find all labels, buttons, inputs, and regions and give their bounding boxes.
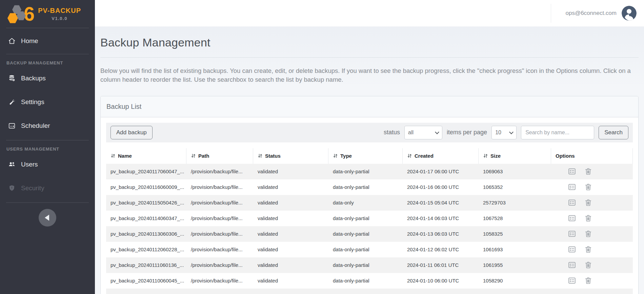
column-header-label: Created	[415, 153, 434, 159]
delete-icon	[584, 276, 592, 285]
column-header-size[interactable]: Size	[479, 148, 551, 164]
delete-backup-button[interactable]	[584, 276, 593, 285]
cell-status: validated	[253, 184, 328, 190]
sort-icon	[483, 153, 488, 158]
delete-icon	[584, 214, 592, 222]
database-icon	[8, 75, 16, 82]
cell-name: pv_backup_20240113060306_...	[106, 231, 186, 237]
column-header-status[interactable]: Status	[253, 148, 328, 164]
cell-type: data-only-partial	[328, 184, 403, 190]
items-per-page-select[interactable]: 10	[491, 126, 517, 139]
sort-icon	[258, 153, 263, 158]
table-header-row: NamePathStatusTypeCreatedSizeOptions	[106, 148, 633, 164]
sidebar-item-scheduler[interactable]: Scheduler	[0, 118, 95, 133]
check-progress-button[interactable]	[567, 245, 577, 254]
sidebar-item-label: Settings	[21, 98, 44, 106]
cell-options	[551, 198, 633, 207]
column-header-path[interactable]: Path	[186, 148, 253, 164]
cell-path: /provision/backup/file...	[186, 247, 253, 252]
table-row: pv_backup_20240117060047_.../provision/b…	[106, 164, 633, 179]
avatar[interactable]	[622, 6, 637, 21]
delete-backup-button[interactable]	[584, 260, 593, 270]
check-progress-icon	[568, 261, 576, 269]
table-row: pv_backup_20240113060306_.../provision/b…	[106, 226, 633, 242]
check-progress-button[interactable]	[567, 167, 577, 176]
cell-status: validated	[253, 215, 328, 221]
column-header-name[interactable]: Name	[106, 148, 186, 164]
cell-type: data-only-partial	[328, 169, 403, 174]
delete-backup-button[interactable]	[584, 198, 593, 207]
chevron-left-icon	[45, 215, 49, 221]
sidebar-item-label: Backups	[21, 75, 46, 82]
cell-name: pv_backup_20240116060009_...	[106, 184, 186, 190]
table-row: pv_backup_20240115050426_.../provision/b…	[106, 195, 633, 211]
backup-table: NamePathStatusTypeCreatedSizeOptions pv_…	[106, 148, 633, 294]
sidebar-item-security: Security	[0, 181, 95, 196]
cell-status: validated	[253, 278, 328, 283]
table-row: pv_backup_20240110060045_.../provision/b…	[106, 273, 633, 289]
check-progress-button[interactable]	[567, 214, 577, 223]
cell-size: 1058325	[479, 231, 551, 237]
check-progress-button[interactable]	[567, 229, 577, 238]
cell-path: /provision/backup/file...	[186, 278, 253, 283]
column-header-created[interactable]: Created	[403, 148, 479, 164]
delete-icon	[584, 167, 592, 176]
user-avatar-icon	[622, 6, 637, 21]
sidebar: 6 PV-BACKUP V1.0.0 Home BACKUP MANAGEMEN…	[0, 0, 95, 294]
sidebar-item-settings[interactable]: Settings	[0, 95, 95, 110]
delete-backup-button[interactable]	[584, 214, 593, 223]
check-progress-button[interactable]	[567, 276, 577, 285]
cell-type: data-only-partial	[328, 278, 403, 283]
check-progress-button[interactable]	[567, 182, 577, 192]
sort-icon	[407, 153, 412, 158]
sidebar-divider	[6, 140, 89, 140]
page-content: Backup Management Below you will find th…	[95, 26, 644, 294]
section-backup-management: BACKUP MANAGEMENT	[0, 60, 95, 65]
cell-type: data-only-partial	[328, 215, 403, 221]
sidebar-item-users[interactable]: Users	[0, 157, 95, 172]
search-input[interactable]	[521, 126, 594, 139]
sidebar-item-backups[interactable]: Backups	[0, 71, 95, 86]
check-progress-icon	[568, 230, 576, 238]
hexagon-logo-icon	[7, 4, 26, 24]
cell-name: pv_backup_20240110060045_...	[106, 278, 186, 283]
cell-options	[551, 245, 633, 254]
check-progress-button[interactable]	[567, 198, 577, 207]
cell-type: data-only-partial	[328, 262, 403, 268]
cell-size: 1058290	[479, 278, 551, 283]
delete-backup-button[interactable]	[584, 167, 593, 176]
check-progress-icon	[568, 245, 576, 254]
cell-path: /provision/backup/file...	[186, 215, 253, 221]
table-row: pv_backup_20240111060136_.../provision/b…	[106, 257, 633, 273]
check-progress-button[interactable]	[567, 260, 577, 270]
delete-icon	[584, 198, 592, 207]
search-button[interactable]: Search	[599, 126, 628, 139]
sidebar-item-label: Home	[21, 37, 38, 45]
column-header-type[interactable]: Type	[328, 148, 403, 164]
table-row-partial	[106, 289, 633, 294]
cell-status: validated	[253, 169, 328, 174]
sort-icon	[191, 153, 196, 158]
app-name: PV-BACKUP	[38, 7, 81, 15]
column-header-label: Path	[198, 153, 209, 159]
delete-backup-button[interactable]	[584, 245, 593, 254]
column-header-label: Options	[556, 153, 575, 159]
column-header-options: Options	[551, 148, 633, 164]
delete-backup-button[interactable]	[584, 229, 593, 238]
status-filter-label: status	[384, 129, 400, 136]
delete-backup-button[interactable]	[584, 182, 593, 192]
cell-created: 2024-01-16 06:00 UTC	[403, 184, 479, 190]
cell-size: 1061955	[479, 262, 551, 268]
cell-type: data-only	[328, 200, 403, 205]
add-backup-button[interactable]: Add backup	[110, 126, 153, 139]
sidebar-item-home[interactable]: Home	[0, 34, 95, 48]
main-area: ops@6connect.com Backup Management Below…	[95, 0, 644, 294]
cell-name: pv_backup_20240112060228_...	[106, 247, 186, 252]
topbar: ops@6connect.com	[95, 0, 644, 26]
cell-options	[551, 229, 633, 238]
sidebar-collapse-button[interactable]	[39, 209, 56, 227]
user-email: ops@6connect.com	[565, 10, 617, 17]
cell-status: validated	[253, 262, 328, 268]
cell-path: /provision/backup/file...	[186, 231, 253, 237]
status-filter-select[interactable]: all	[404, 126, 442, 139]
